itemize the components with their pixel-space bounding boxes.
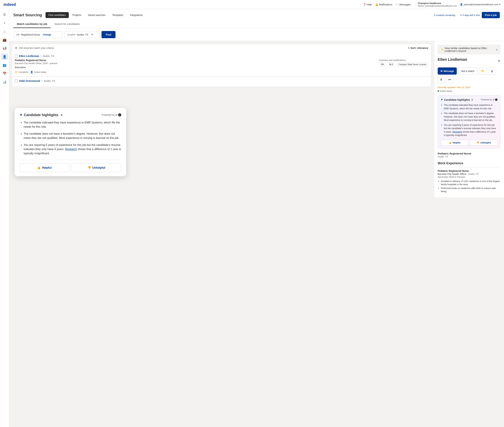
- rp-chevron-up[interactable]: ∧: [471, 99, 473, 101]
- left-sidebar: ☰ + ⌂ 💼 📢 👤 👥 📅 📊: [0, 9, 9, 427]
- integrations-button[interactable]: Integrations: [127, 12, 146, 18]
- helpful-button[interactable]: 👍 Helpful: [19, 163, 69, 172]
- help-link[interactable]: ❓ Help: [363, 3, 372, 6]
- sort-control[interactable]: ⇅ Sort: relevance: [408, 46, 428, 49]
- notifications-link[interactable]: 🔔 Notifications: [375, 3, 392, 6]
- ai-bullet-2: The candidate does not have a bachelor's…: [24, 132, 121, 140]
- filter-row: ⚙ 100 resumes match your criteria: [15, 46, 54, 50]
- mail-icon-rp: ✉: [440, 70, 443, 73]
- ai-bullet-1: The candidate indicated they have experi…: [24, 121, 121, 129]
- user-icon: 👤: [460, 3, 463, 6]
- location-input-field[interactable]: Location Austin, TX ✕: [64, 31, 99, 38]
- active-badge: 👤 Active today: [30, 71, 46, 73]
- rp-exp-bullets: Assisted in delivery of 120+ newborns in…: [438, 180, 501, 193]
- ai-info-icon[interactable]: i: [118, 113, 121, 116]
- rp-folder-button[interactable]: 📁: [479, 68, 487, 75]
- chevron-down-icon: ▾: [499, 3, 501, 6]
- sidebar-people-icon[interactable]: 👥: [1, 62, 8, 69]
- rp-ai-header: ✦ Candidate highlights ∧ Powered by AI i: [441, 98, 497, 101]
- unhelpful-button[interactable]: 👎 Unhelpful: [71, 163, 121, 172]
- trial-badge: ✦ 5 days left in trial: [460, 14, 480, 16]
- candidate-checkbox-2[interactable]: [15, 79, 18, 82]
- sidebar-analytics-icon[interactable]: 📊: [1, 78, 8, 85]
- research-link[interactable]: Research: [65, 148, 77, 151]
- active-dot: [438, 90, 439, 92]
- rp-ai-bullet-1: The candidate indicated they have experi…: [444, 103, 497, 110]
- candidate-location-text-1: Austin, TX: [43, 55, 54, 57]
- user-menu[interactable]: 👤 joanna@championhealthcare.com ▾: [460, 3, 501, 6]
- ss-nav-buttons: Find candidates Projects Saved searches …: [45, 12, 146, 18]
- sidebar-home-icon[interactable]: ⌂: [1, 28, 8, 35]
- smart-sourcing-title: Smart Sourcing: [13, 13, 42, 17]
- company-info: Champion Healthcare Owner: joanna@champi…: [418, 2, 457, 7]
- post-job-button[interactable]: Post a job: [482, 12, 500, 18]
- chevron-up-icon-rp[interactable]: ∨: [496, 48, 498, 51]
- rp-print-button[interactable]: 🖨: [488, 68, 496, 75]
- location-clear-button[interactable]: ✕: [91, 33, 93, 36]
- candidate-card-2: Abbi Greenwood • Austin, TX: [12, 76, 431, 87]
- sidebar-calendar-icon[interactable]: 📅: [1, 70, 8, 77]
- rp-exp-company: Bacolod City Health Office - Austin, TX: [438, 173, 501, 175]
- candidate-name-row-2: Abbi Greenwood • Austin, TX: [15, 79, 428, 82]
- chevron-up-icon[interactable]: ∧: [60, 113, 63, 117]
- projects-button[interactable]: Projects: [69, 12, 84, 18]
- rp-ai-section: ✦ Candidate highlights ∧ Powered by AI i…: [438, 95, 501, 149]
- rp-action-buttons: ✉ Message Not a match 📁 🖨 ⬇ •••: [438, 68, 501, 83]
- sidebar-candidates-icon[interactable]: 👤: [1, 53, 8, 60]
- saved-searches-button[interactable]: Saved searches: [85, 12, 108, 18]
- sidebar-jobs-icon[interactable]: 💼: [1, 36, 8, 43]
- rp-unhelpful-button[interactable]: 👎 Unhelpful: [470, 140, 498, 145]
- rp-ai-bullet-2: The candidate does not have a bachelor's…: [444, 112, 497, 122]
- job-change-button[interactable]: Change: [43, 33, 51, 36]
- tab-search-candidates[interactable]: Search for candidates: [51, 20, 83, 28]
- tab-match-candidates[interactable]: Match candidates by job: [13, 20, 51, 28]
- rp-more-button[interactable]: •••: [446, 76, 453, 83]
- wand-icon: ✦: [19, 113, 22, 117]
- rp-ai-info-icon[interactable]: i: [495, 99, 497, 101]
- rp-header: Ellen Lindleman ✕: [438, 57, 501, 65]
- view-similar-banner[interactable]: ⚡ View similar candidates based on Ellen…: [438, 45, 501, 54]
- rp-helpful-button[interactable]: 👍 Helpful: [441, 140, 468, 145]
- ai-bullets-list: The candidate indicated they have experi…: [19, 121, 121, 156]
- cert-badge-rn: RN: [379, 62, 386, 66]
- rp-close-button[interactable]: ✕: [497, 59, 501, 63]
- folder-icon: 📁: [15, 71, 18, 73]
- candidate-job-title-1: Pediatric Registered Nurse: [15, 59, 376, 62]
- ai-highlights-popup: ✦ Candidate highlights ∧ Powered by AI i…: [14, 108, 126, 176]
- rp-not-match-button[interactable]: Not a match: [458, 68, 477, 75]
- main-content-area: Smart Sourcing Find candidates Projects …: [9, 9, 504, 427]
- find-button[interactable]: Find: [102, 31, 116, 38]
- templates-button[interactable]: Templates: [109, 12, 126, 18]
- projects-row: 📁 2 projects 👤 Active today: [15, 71, 428, 73]
- job-input-field[interactable]: Job Registered Nurse Change: [13, 31, 62, 38]
- rp-research-link[interactable]: Research: [452, 130, 462, 133]
- candidate-name-link-1[interactable]: Ellen Lindleman: [19, 54, 39, 57]
- left-panel: ⚙ 100 resumes match your criteria ⇅ Sort…: [9, 41, 434, 197]
- rp-message-button[interactable]: ✉ Message: [438, 68, 457, 75]
- ss-top-bar: Smart Sourcing Find candidates Projects …: [13, 9, 500, 20]
- education-label: Education: [15, 66, 376, 69]
- rp-work-divider: [438, 167, 501, 168]
- rp-work-experience-title: Work Experience: [438, 161, 501, 165]
- rp-exp-bullet-1: Assisted in delivery of 120+ newborns in…: [441, 180, 501, 186]
- rp-thumbs-down-icon: 👎: [476, 141, 479, 144]
- smart-sourcing-header: Smart Sourcing Find candidates Projects …: [9, 9, 504, 28]
- candidate-name-link-2[interactable]: Abbi Greenwood: [19, 79, 40, 82]
- sidebar-menu-icon[interactable]: ☰: [1, 11, 8, 18]
- find-candidates-button[interactable]: Find candidates: [45, 12, 69, 18]
- results-content: ⚙ 100 resumes match your criteria ⇅ Sort…: [9, 41, 504, 197]
- sidebar-add-icon[interactable]: +: [1, 20, 8, 27]
- rp-active-status: Active today: [438, 90, 501, 92]
- messages-link[interactable]: ✉️ Messages: [396, 3, 411, 6]
- ai-popup-footer: 👍 Helpful 👎 Unhelpful: [19, 163, 121, 172]
- rp-powered-label: Powered by AI i: [481, 99, 497, 101]
- candidate-location-1: •: [41, 55, 41, 57]
- candidate-checkbox-1[interactable]: [15, 55, 18, 57]
- job-value: Registered Nurse: [21, 33, 40, 36]
- rp-job-title: Pediatric Registered Nurse: [438, 152, 501, 155]
- rp-download-button[interactable]: ⬇: [438, 76, 445, 83]
- sidebar-campaigns-icon[interactable]: 📢: [1, 45, 8, 52]
- filter-icon[interactable]: ⚙: [15, 46, 17, 50]
- projects-badge: 📁 2 projects: [15, 71, 28, 73]
- lightning-icon: ⚡: [440, 48, 444, 51]
